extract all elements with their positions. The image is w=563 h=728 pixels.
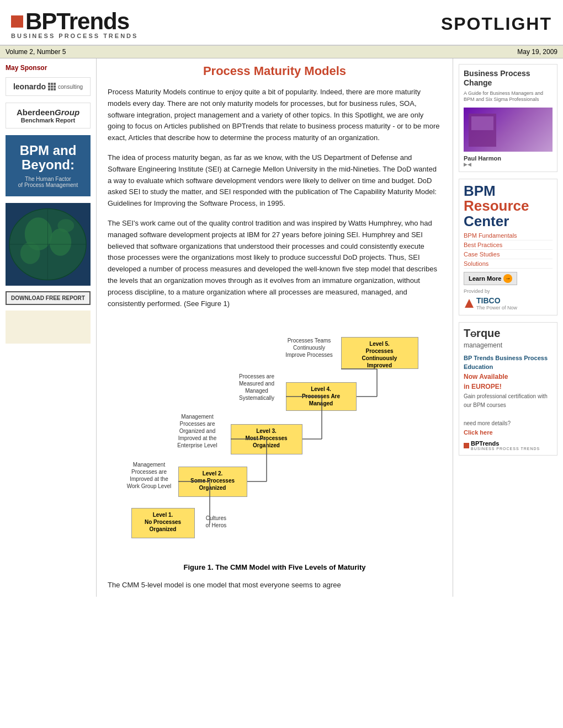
resource-link-fundamentals[interactable]: BPM Fundamentals xyxy=(464,231,553,240)
bpm-resource-title: BPM Resource Center xyxy=(464,184,553,229)
torque-body: BP Trends Business Process Education Now… xyxy=(464,354,553,437)
volume-bar: Volume 2, Number 5 May 19, 2009 xyxy=(0,46,563,58)
book-title: Business Process Change xyxy=(464,69,553,88)
benchmark-report-label: Benchmark Report xyxy=(10,117,86,124)
resource-link-solutions[interactable]: Solutions xyxy=(464,259,553,269)
book-author: Paul Harmon xyxy=(464,155,553,162)
right-sidebar: Business Process Change A Guide for Busi… xyxy=(453,58,563,597)
resource-links-list: BPM Fundamentals Best Practices Case Stu… xyxy=(464,231,553,269)
sponsor-leonardo[interactable]: leonardo consulting xyxy=(6,77,91,96)
cmm-desc-2: ManagementProcesses areImproved at theWo… xyxy=(123,461,176,490)
article-para-3: The SEI's work came out of the quality c… xyxy=(108,218,442,309)
aberdeen-name: AberdeenGroup xyxy=(10,108,86,117)
svg-rect-21 xyxy=(471,116,493,130)
cmm-diagram: Level 1.No ProcessesOrganized Culturesof… xyxy=(120,320,429,552)
learn-more-label: Learn More xyxy=(469,275,501,282)
left-sidebar: May Sponsor leonardo consulting Aberdeen… xyxy=(0,58,97,597)
logo-area: BPTrends BUSINESS PROCESS TRENDS xyxy=(11,8,138,39)
world-map-icon xyxy=(6,204,91,285)
cmm-level-5: Level 5.ProcessesContinuouslyImproved xyxy=(341,337,418,369)
resource-link-case-studies[interactable]: Case Studies xyxy=(464,250,553,259)
bptrends-logo-small: BPTrends BUSINESS PROCESS TRENDS xyxy=(464,440,553,451)
cmm-desc-3: ManagementProcesses areOrganized andImpr… xyxy=(167,413,228,449)
bp-text-small: BPTrends xyxy=(471,440,540,447)
figure-caption: Figure 1. The CMM Model with Five Levels… xyxy=(108,563,442,571)
logo-square-icon xyxy=(11,15,23,28)
tibco-logo-icon xyxy=(464,298,475,309)
book-cover-art xyxy=(466,111,499,149)
volume-number: Volume 2, Number 5 xyxy=(6,48,66,56)
tibco-name: TIBCO xyxy=(476,296,517,305)
may-sponsor-label: May Sponsor xyxy=(6,64,91,72)
logo-bp: BPTrends xyxy=(11,8,138,35)
logo-subtitle: BUSINESS PROCESS TRENDS xyxy=(11,33,138,39)
torque-title: TOrque xyxy=(464,327,553,340)
bp-sub-small: BUSINESS PROCESS TRENDS xyxy=(471,447,540,451)
article-body: Process Maturity Models continue to enjo… xyxy=(108,87,442,309)
torque-ad[interactable]: TOrque management BP Trends Business Pro… xyxy=(459,322,557,456)
torque-subtitle: management xyxy=(464,341,553,349)
svg-point-2 xyxy=(49,228,71,256)
leonardo-text: leonardo xyxy=(13,82,46,91)
bpm-beyond-subtitle: The Human Factor of Process Management xyxy=(10,176,86,188)
cmm-level-4: Level 4.Processes AreManaged xyxy=(286,382,357,411)
svg-marker-22 xyxy=(465,299,474,308)
provided-by-label: Provided by xyxy=(464,288,553,294)
cmm-level-2: Level 2.Some ProcessesOrganized xyxy=(178,467,247,497)
cmm-desc-5: Processes TeamsContinuouslyImprove Proce… xyxy=(280,337,338,358)
page-header: BPTrends BUSINESS PROCESS TRENDS SPOTLIG… xyxy=(0,0,563,46)
consulting-text: consulting xyxy=(58,84,83,90)
sidebar-beige-area xyxy=(6,311,91,344)
sidebar-world-graphic xyxy=(6,203,91,286)
book-icons: ▶◀ xyxy=(464,162,553,167)
resource-link-best-practices[interactable]: Best Practices xyxy=(464,240,553,250)
main-layout: May Sponsor leonardo consulting Aberdeen… xyxy=(0,58,563,597)
book-cover-image xyxy=(464,108,553,152)
bottom-text: The CMM 5-level model is one model that … xyxy=(108,580,442,591)
cmm-desc-1: Culturesof Heros xyxy=(206,515,227,529)
cmm-level-1: Level 1.No ProcessesOrganized xyxy=(131,508,195,538)
sponsor-aberdeen[interactable]: AberdeenGroup Benchmark Report xyxy=(6,103,91,129)
leonardo-grid-icon xyxy=(48,83,56,90)
svg-point-3 xyxy=(20,242,40,264)
svg-point-4 xyxy=(57,219,74,232)
download-btn[interactable]: DOWNLOAD FREE REPORT xyxy=(6,291,91,305)
article-para-2: The idea of process maturity began, as f… xyxy=(108,152,442,210)
logo-text: BPTrends xyxy=(25,8,129,35)
book-subtitle: A Guide for Business Managers and BPM an… xyxy=(464,90,553,103)
bpm-beyond-title: BPM and Beyond: xyxy=(10,143,86,173)
article-para-4: The CMM 5-level model is one model that … xyxy=(108,580,442,591)
cmm-desc-4: Processes areMeasured andManagedSystemat… xyxy=(231,373,283,402)
click-here-link[interactable]: Click here xyxy=(464,429,493,436)
article-title: Process Maturity Models xyxy=(108,64,442,78)
article-para-1: Process Maturity Models continue to enjo… xyxy=(108,87,442,144)
learn-more-arrow-icon: → xyxy=(503,274,512,283)
publish-date: May 19, 2009 xyxy=(517,48,557,56)
book-ad[interactable]: Business Process Change A Guide for Busi… xyxy=(459,64,557,172)
bp-square-small-icon xyxy=(464,443,469,448)
sponsor-bpm-beyond[interactable]: BPM and Beyond: The Human Factor of Proc… xyxy=(6,135,91,196)
tibco-tagline: The Power of Now xyxy=(476,305,517,311)
tibco-branding: TIBCO The Power of Now xyxy=(464,296,553,311)
center-content: Process Maturity Models Process Maturity… xyxy=(97,58,453,597)
cmm-level-3: Level 3.Most ProcessesOrganized xyxy=(231,424,302,454)
spotlight-title: SPOTLIGHT xyxy=(441,14,552,34)
learn-more-button[interactable]: Learn More → xyxy=(464,272,517,285)
bpm-resource-center: BPM Resource Center BPM Fundamentals Bes… xyxy=(459,179,557,315)
